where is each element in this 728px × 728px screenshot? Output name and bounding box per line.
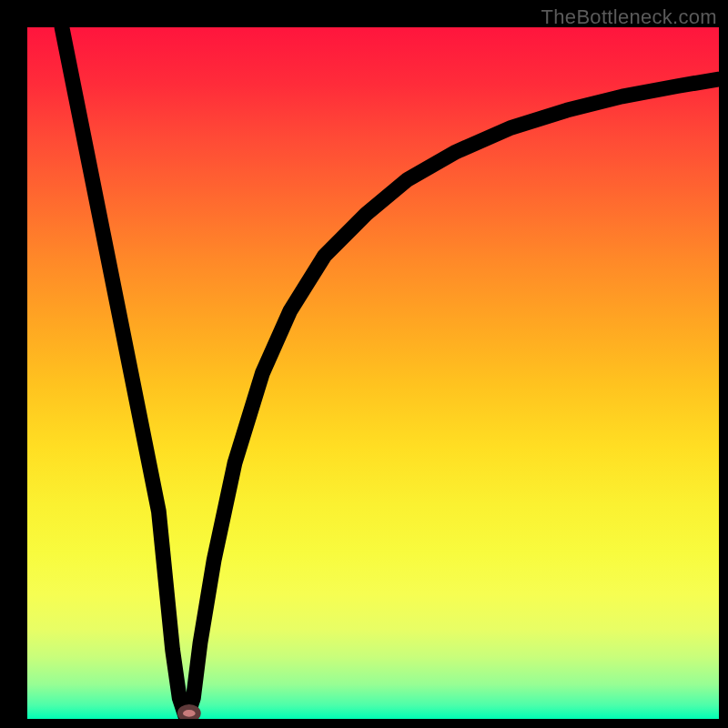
min-marker	[180, 707, 198, 719]
curve-svg	[27, 27, 719, 719]
watermark-text: TheBottleneck.com	[541, 5, 717, 29]
plot-area	[27, 27, 719, 719]
bottleneck-chart: TheBottleneck.com	[0, 0, 728, 728]
bottleneck-curve	[62, 27, 719, 719]
